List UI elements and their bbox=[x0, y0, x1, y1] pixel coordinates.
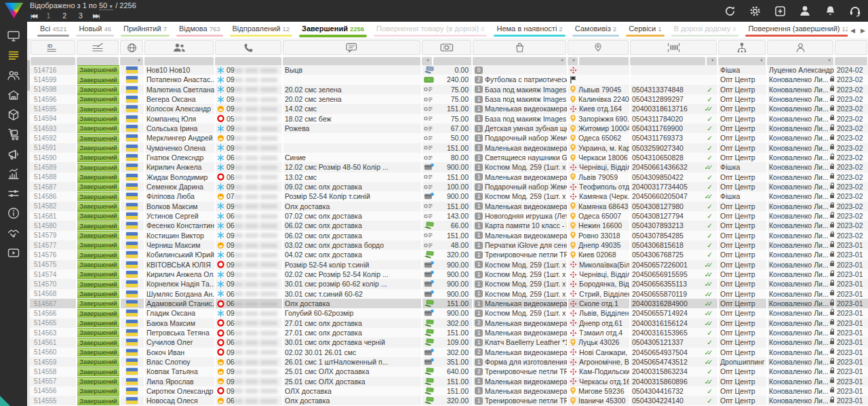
order-row[interactable]: 514561ЗавершенийСучилов Олег0600 000 000… bbox=[30, 337, 868, 347]
order-row[interactable]: 514598ЗавершенийМалютина Светлана0900 00… bbox=[30, 85, 868, 94]
last-page-icon[interactable]: ▶▶| bbox=[91, 12, 100, 20]
app-logo[interactable] bbox=[5, 3, 23, 18]
order-row[interactable]: 514580ЗавершенийФесенко Константин0600 0… bbox=[30, 221, 868, 230]
col-status-header[interactable] bbox=[77, 40, 119, 55]
order-row[interactable]: 514576ЗавершенийКобилинський Юрий0600 00… bbox=[30, 250, 868, 259]
tab-6[interactable]: Повернення товару (в дорозі)0 bbox=[370, 22, 490, 39]
order-row[interactable]: 514599ЗавершенийПотапенко Анастас...0900… bbox=[30, 75, 868, 84]
tab-scroll-right-icon[interactable]: ▶ bbox=[861, 27, 865, 34]
scrollbar-thumb[interactable] bbox=[27, 60, 30, 91]
sidebar-item-tutorials-icon[interactable] bbox=[0, 242, 27, 262]
add-icon[interactable] bbox=[774, 5, 786, 17]
col-comment-header[interactable] bbox=[283, 40, 420, 55]
tab-1[interactable]: Новый46 bbox=[73, 22, 117, 39]
tab-0[interactable]: Всі4521 bbox=[34, 22, 73, 39]
manager-name: Коноваленко Ли... bbox=[769, 192, 829, 200]
order-row[interactable]: 514567ЗавершенийАдамовский Станис...0600… bbox=[30, 299, 868, 308]
order-row[interactable]: 514575ЗавершенийКВІТОВСЬКА ЮЛІЯ0900 000 … bbox=[30, 260, 868, 270]
order-row[interactable]: 514596ЗавершенийВегера Оксана0900 000 00… bbox=[30, 94, 868, 104]
order-row[interactable]: 514574ЗавершенийКирилич Анжела Ол...0900… bbox=[30, 270, 868, 279]
tab-9[interactable]: Сервіси1 bbox=[623, 22, 667, 39]
support-icon[interactable] bbox=[849, 5, 861, 17]
col-delivery-header[interactable] bbox=[568, 40, 629, 55]
tracking-number: 0504309850422 bbox=[632, 173, 684, 181]
tab-3[interactable]: Відмова763 bbox=[173, 22, 226, 39]
profile-icon[interactable] bbox=[799, 5, 811, 17]
tab-4[interactable]: Відправлений12 bbox=[226, 22, 296, 39]
order-row[interactable]: 514565ЗавершенийБаюка Максим0600 000 000… bbox=[30, 318, 868, 328]
order-row[interactable]: 514559ЗавершенийВлас Слотюу0600 000 0000… bbox=[30, 357, 868, 367]
page-3[interactable]: 3 bbox=[75, 11, 87, 20]
sidebar-item-purchases-icon[interactable] bbox=[0, 124, 27, 144]
order-row[interactable]: 514558ЗавершенийКовпак Татьяна0900 000 0… bbox=[30, 367, 868, 376]
page-1[interactable]: 1 bbox=[42, 11, 54, 20]
per-page-select[interactable]: 50▼ bbox=[99, 1, 113, 10]
cell-status: Завершений bbox=[76, 75, 119, 84]
col-client-header[interactable] bbox=[144, 40, 214, 55]
order-row[interactable]: 514588ЗавершенийЖидак Володимир0600 000 … bbox=[30, 172, 868, 182]
order-row[interactable]: 514555ЗавершенийНовосад Олеся0600 000 00… bbox=[30, 396, 868, 405]
sidebar-item-dashboard-icon[interactable] bbox=[0, 26, 27, 45]
order-row[interactable]: 514579ЗавершенийКостишин Виктор0900 000 … bbox=[30, 231, 868, 240]
sidebar-item-reports-icon[interactable] bbox=[0, 164, 27, 183]
order-row[interactable]: 514587ЗавершенийСеменюк Дарина0900 000 0… bbox=[30, 182, 868, 191]
col-country-header[interactable] bbox=[120, 40, 143, 55]
sidebar-item-marketing-icon[interactable] bbox=[0, 144, 27, 164]
col-date-header[interactable] bbox=[835, 40, 867, 55]
gear-icon[interactable] bbox=[749, 5, 761, 17]
order-row[interactable]: 514577ЗавершенийЧерниш Максим0900 000 00… bbox=[30, 240, 868, 250]
col-phone-header[interactable] bbox=[215, 40, 281, 55]
col-product-header[interactable] bbox=[473, 40, 566, 55]
cell-product: 1Форма для изготовления садов... bbox=[472, 357, 567, 367]
tab-10[interactable]: В дорозі додому0 bbox=[668, 22, 743, 39]
tab-8[interactable]: Самовивіз2 bbox=[569, 22, 623, 39]
order-row[interactable]: 514556ЗавершенийСиротюк Олександр0900 00… bbox=[30, 386, 868, 396]
sidebar-item-products-icon[interactable] bbox=[0, 105, 27, 124]
tab-5[interactable]: Завершений2256 bbox=[296, 22, 370, 39]
order-row[interactable]: 514568ЗавершенийШумляс Богдана Ан...0600… bbox=[30, 289, 868, 299]
lock-icon bbox=[830, 88, 834, 91]
flag-icon bbox=[570, 75, 577, 84]
order-row[interactable]: 514581ЗавершенийУстинов Сергей0600 000 0… bbox=[30, 211, 868, 221]
order-row[interactable]: 514716ЗавершенийНов10 Нов100900 000 0000… bbox=[30, 65, 868, 75]
tab-11[interactable]: Повернення (завершений)125 bbox=[742, 22, 859, 39]
sidebar-item-info-icon[interactable] bbox=[0, 203, 27, 223]
tab-scroll-left-icon[interactable]: ◀ bbox=[850, 27, 855, 34]
cell-tracking: 20400316156124✓✓ bbox=[629, 318, 717, 328]
sidebar-item-orders-icon[interactable] bbox=[0, 45, 27, 65]
order-row[interactable]: 514582ЗавершенийВолков Максим0900 000 00… bbox=[30, 202, 868, 211]
sidebar-item-customers-icon[interactable] bbox=[0, 65, 27, 85]
product-qty-badge: 1 bbox=[475, 125, 483, 132]
order-row[interactable]: 514592ЗавершенийМерклингер Андрей0900 00… bbox=[30, 133, 868, 143]
col-id-header[interactable]: ID bbox=[31, 40, 75, 55]
notifications-icon[interactable] bbox=[824, 5, 836, 17]
order-row[interactable]: 514595ЗавершенийКолосок Александр0900 00… bbox=[30, 104, 868, 113]
refresh-icon[interactable] bbox=[724, 5, 736, 17]
order-row[interactable]: 514590ЗавершенийГнатюк Олексндр0600 000 … bbox=[30, 153, 868, 162]
col-payment-header[interactable] bbox=[422, 40, 471, 55]
order-row[interactable]: 514594ЗавершенийКомпанец Юля0500 000 000… bbox=[30, 114, 868, 124]
order-row[interactable]: 514586ЗавершенийФіліпова Люба0700 000 00… bbox=[30, 191, 868, 201]
col-client-type-header[interactable] bbox=[718, 40, 766, 55]
page-2[interactable]: 2 bbox=[58, 11, 71, 20]
col-ttn-header[interactable] bbox=[630, 40, 717, 55]
kyivstar-icon bbox=[217, 202, 224, 210]
first-page-icon[interactable]: |◀◀ bbox=[28, 12, 38, 20]
order-row[interactable]: 514557ЗавершенийЛила Ярослав0900 000 000… bbox=[30, 377, 868, 386]
vertical-scrollbar[interactable] bbox=[27, 39, 30, 406]
sidebar-item-partners-icon[interactable] bbox=[0, 223, 27, 242]
order-row[interactable]: 514591ЗавершенийЧумаченко Олена0900 000 … bbox=[30, 143, 868, 153]
lifecell-icon bbox=[217, 377, 224, 385]
col-manager-header[interactable] bbox=[767, 40, 833, 55]
tab-2[interactable]: Прийнятий7 bbox=[117, 22, 173, 39]
order-row[interactable]: 514560ЗавершенийБокоч Иван0900 000 00000… bbox=[30, 348, 868, 357]
sidebar-item-warehouse-icon[interactable] bbox=[0, 85, 27, 105]
order-row[interactable]: 514589ЗавершенийКирилич Анжела0900 000 0… bbox=[30, 162, 868, 172]
order-row[interactable]: 514570ЗавершенийКорнелюк Надія Та...0900… bbox=[30, 279, 868, 289]
order-row[interactable]: 514566ЗавершенийГладик Оксана0900 000 00… bbox=[30, 308, 868, 318]
tab-7[interactable]: Нема в наявності2 bbox=[490, 22, 568, 39]
order-row[interactable]: 514593ЗавершенийСольська Ірина0900 000 0… bbox=[30, 124, 868, 133]
sidebar-item-sliders-icon[interactable] bbox=[0, 183, 27, 203]
cell-status: Завершений bbox=[76, 367, 119, 376]
order-row[interactable]: 514563ЗавершенийПетровська Тетяна0600 00… bbox=[30, 328, 868, 337]
